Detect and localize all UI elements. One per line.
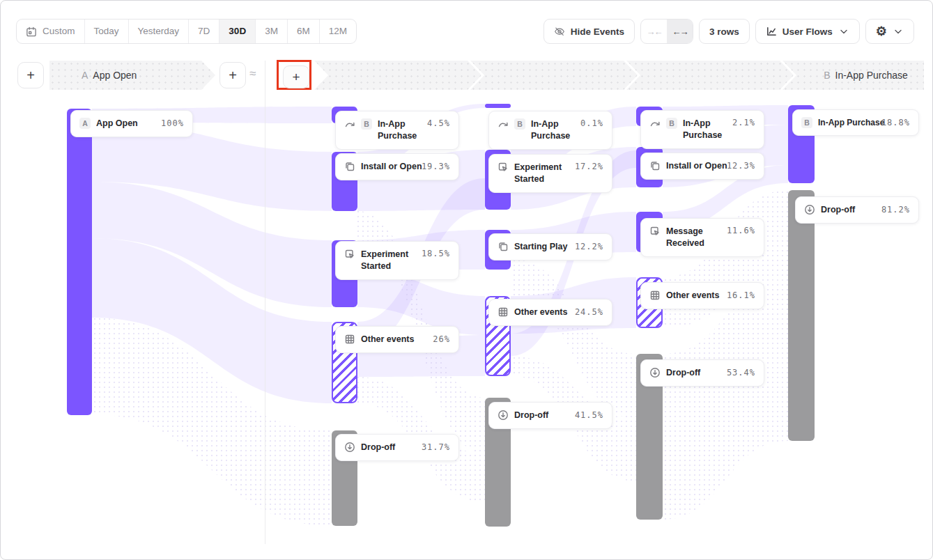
node-label: Other events xyxy=(361,334,427,345)
flow-node-drop-off[interactable]: Drop-off 41.5% xyxy=(488,402,612,429)
flow-node-other-events[interactable]: Other events 16.1% xyxy=(640,282,764,309)
hide-events-label: Hide Events xyxy=(571,26,624,37)
date-range-30d[interactable]: 30D xyxy=(219,20,256,43)
node-value: 12.3% xyxy=(727,161,755,171)
flow-node-install-or-open[interactable]: Install or Open 12.3% xyxy=(640,153,764,180)
flow-node-experiment-started[interactable]: Experiment Started 17.2% xyxy=(488,154,612,193)
grid-icon xyxy=(344,334,355,345)
node-label: Drop-off xyxy=(666,367,721,379)
column-divider xyxy=(265,61,265,544)
layered-screens-icon xyxy=(344,161,355,172)
step-banner-mid-2 xyxy=(470,61,638,90)
node-value: 41.5% xyxy=(575,410,603,420)
add-step-before-button[interactable]: + xyxy=(17,62,44,88)
chevron-down-icon xyxy=(838,26,849,37)
toolbar-right: Hide Events →← ←→ 3 rows User Flows ⚙ xyxy=(543,19,914,44)
node-label: App Open xyxy=(96,118,155,130)
add-step-between-button[interactable]: + xyxy=(283,65,309,88)
date-range-7d[interactable]: 7D xyxy=(189,20,219,43)
drop-off-icon xyxy=(804,204,815,215)
eye-off-icon xyxy=(554,26,565,37)
node-label: In-App Purchase xyxy=(531,118,575,142)
node-value: 17.2% xyxy=(575,162,603,171)
flow-bar-app-open[interactable] xyxy=(67,109,92,415)
node-label: Experiment Started xyxy=(514,162,569,185)
node-value: 31.7% xyxy=(422,442,450,452)
grid-icon xyxy=(498,306,509,318)
step-b-badge: B xyxy=(801,117,812,128)
cursor-click-icon xyxy=(344,249,355,260)
date-range-custom[interactable]: Custom xyxy=(17,20,85,43)
step-b-badge: B xyxy=(514,118,525,130)
date-range-selector: Custom Today Yesterday 7D 30D 3M 6M 12M xyxy=(16,19,357,44)
node-value: 2.1% xyxy=(732,118,755,127)
date-range-today[interactable]: Today xyxy=(85,20,129,43)
node-label: Drop-off xyxy=(821,204,876,216)
flow-node-drop-off[interactable]: Drop-off 31.7% xyxy=(335,434,459,461)
step-banner-b: B In-App Purchase xyxy=(782,61,933,90)
flow-node-drop-off[interactable]: Drop-off 53.4% xyxy=(640,359,764,387)
settings-dropdown[interactable]: ⚙ xyxy=(865,19,914,44)
step-b-letter: B xyxy=(824,70,830,81)
flow-node-in-app-purchase[interactable]: B In-App Purchase 4.5% xyxy=(335,111,459,150)
flow-node-drop-off[interactable]: Drop-off 81.2% xyxy=(795,196,919,224)
view-selector-dropdown[interactable]: User Flows xyxy=(755,19,860,44)
date-range-12m[interactable]: 12M xyxy=(320,20,356,43)
chevron-down-icon xyxy=(893,26,904,37)
node-label: Drop-off xyxy=(361,442,416,453)
cursor-click-icon xyxy=(649,226,661,237)
flow-node-in-app-purchase[interactable]: B In-App Purchase 0.1% xyxy=(488,111,612,150)
step-b-badge: B xyxy=(361,118,372,130)
flow-node-other-events[interactable]: Other events 24.5% xyxy=(488,299,612,326)
line-chart-icon xyxy=(766,26,777,37)
hide-events-button[interactable]: Hide Events xyxy=(543,19,635,44)
step-a-badge: A xyxy=(79,118,91,129)
node-value: 18.8% xyxy=(881,118,910,127)
flow-bar-drop-off[interactable] xyxy=(788,190,815,441)
node-value: 4.5% xyxy=(427,118,450,128)
date-range-yesterday[interactable]: Yesterday xyxy=(129,20,190,43)
flow-bar-in-app-purchase[interactable] xyxy=(485,104,511,108)
flow-node-starting-play[interactable]: Starting Play 12.2% xyxy=(488,233,612,260)
flow-node-in-app-purchase[interactable]: B In-App Purchase 2.1% xyxy=(640,110,764,149)
node-label: In-App Purchase xyxy=(683,118,727,141)
flow-node-other-events[interactable]: Other events 26% xyxy=(335,326,459,353)
node-value: 53.4% xyxy=(727,368,755,378)
date-range-label: Custom xyxy=(43,20,75,43)
node-value: 0.1% xyxy=(580,118,603,128)
step-a-letter: A xyxy=(82,70,88,81)
step-banner-a: A App Open xyxy=(49,61,247,90)
node-value: 81.2% xyxy=(881,205,910,215)
expand-columns-button[interactable]: ←→ xyxy=(667,20,693,43)
date-range-6m[interactable]: 6M xyxy=(288,20,320,43)
add-step-after-a-button[interactable]: + xyxy=(219,62,246,88)
date-range-3m[interactable]: 3M xyxy=(256,20,288,43)
trend-arrow-icon xyxy=(649,118,661,129)
rows-button[interactable]: 3 rows xyxy=(699,19,750,44)
node-label: Starting Play xyxy=(514,241,569,253)
drop-off-icon xyxy=(344,442,355,453)
approx-symbol: ≈ xyxy=(249,67,256,81)
grid-icon xyxy=(649,290,661,301)
node-label: In-App Purchase xyxy=(378,118,422,142)
node-label: Message Received xyxy=(666,226,721,249)
spacing-toggle: →← ←→ xyxy=(640,19,693,44)
flow-node-app-open[interactable]: A App Open 100% xyxy=(70,110,193,137)
node-label: Experiment Started xyxy=(361,249,416,272)
step-a-label: App Open xyxy=(93,70,137,81)
drop-off-icon xyxy=(649,367,661,378)
node-label: Install or Open xyxy=(666,160,721,172)
flow-node-install-or-open[interactable]: Install or Open 19.3% xyxy=(335,153,459,180)
node-value: 24.5% xyxy=(575,307,603,317)
node-value: 26% xyxy=(433,334,450,344)
node-label: Other events xyxy=(514,306,569,318)
node-value: 19.3% xyxy=(422,162,450,171)
flow-node-experiment-started[interactable]: Experiment Started 18.5% xyxy=(335,241,459,280)
view-selector-label: User Flows xyxy=(782,26,833,37)
layered-screens-icon xyxy=(498,241,509,252)
flow-node-in-app-purchase[interactable]: B In-App Purchase 18.8% xyxy=(792,109,919,136)
flow-node-message-received[interactable]: Message Received 11.6% xyxy=(640,218,764,257)
node-label: Other events xyxy=(666,290,721,302)
calendar-icon xyxy=(26,26,37,37)
collapse-columns-button[interactable]: →← xyxy=(641,20,667,43)
